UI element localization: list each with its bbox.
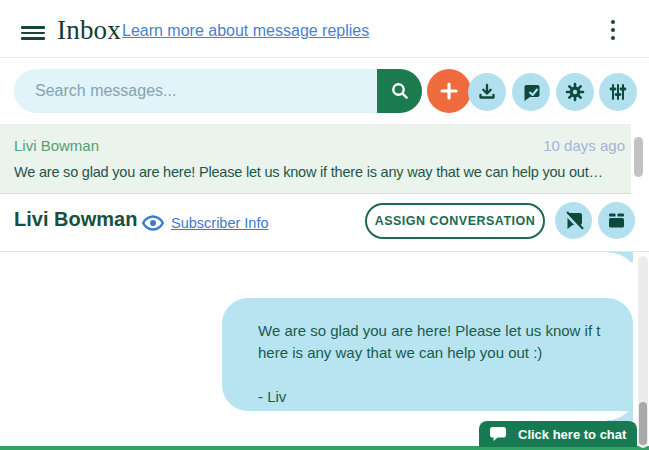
page-title: Inbox [57, 15, 121, 46]
list-scrollbar-thumb[interactable] [634, 137, 643, 177]
download-icon [477, 82, 497, 102]
search-icon [389, 80, 411, 102]
conversation-list-item[interactable]: Livi Bowman 10 days ago We are so glad y… [0, 124, 649, 194]
conversation-timestamp: 10 days ago [543, 137, 625, 154]
assign-conversation-button[interactable]: ASSIGN CONVERSATION [365, 203, 545, 239]
subscriber-name: Livi Bowman [14, 208, 137, 231]
filter-sliders-icon [608, 82, 628, 102]
conversation-preview: We are so glad you are here! Please let … [14, 164, 614, 180]
hamburger-menu-icon[interactable] [21, 26, 45, 40]
archive-box-icon [606, 210, 627, 231]
add-button[interactable] [427, 69, 471, 113]
settings-gear-icon [565, 82, 585, 102]
click-to-chat-button[interactable]: Click here to chat [479, 421, 637, 447]
toolbar [0, 58, 649, 124]
mute-conversation-icon [563, 210, 584, 231]
kebab-menu-icon[interactable] [604, 14, 622, 42]
previous-message-bubble-tail [609, 252, 633, 262]
chat-transcript: We are so glad you are here! Please let … [0, 252, 649, 446]
header: Inbox Learn more about message replies [0, 0, 649, 58]
chat-bubble-icon [489, 426, 507, 442]
download-button[interactable] [468, 73, 506, 111]
subscriber-info-link[interactable]: Subscriber Info [171, 215, 269, 231]
message-templates-button[interactable] [512, 73, 550, 111]
click-to-chat-label: Click here to chat [518, 427, 626, 442]
eye-icon[interactable] [141, 211, 165, 235]
learn-more-link[interactable]: Learn more about message replies [122, 22, 369, 40]
mute-conversation-button[interactable] [555, 202, 592, 239]
message-text: We are so glad you are here! Please let … [258, 320, 625, 411]
search-input[interactable] [14, 69, 385, 113]
chat-scrollbar-thumb[interactable] [639, 402, 647, 445]
message-bubble: We are so glad you are here! Please let … [222, 298, 633, 411]
search-button[interactable] [377, 69, 422, 113]
search-bar [14, 69, 422, 113]
filter-button[interactable] [599, 73, 637, 111]
conversation-name: Livi Bowman [14, 137, 99, 154]
archive-conversation-button[interactable] [598, 202, 635, 239]
settings-button[interactable] [556, 73, 594, 111]
inbox-app: Inbox Learn more about message replies [0, 0, 649, 450]
message-check-icon [521, 82, 541, 102]
add-icon [438, 80, 460, 102]
conversation-header: Livi Bowman Subscriber Info ASSIGN CONVE… [0, 194, 649, 252]
